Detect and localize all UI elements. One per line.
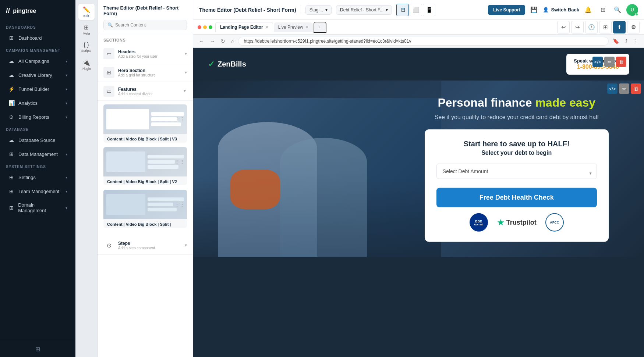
- aab-label: AFCC: [550, 221, 559, 224]
- add-tab-button[interactable]: +: [314, 22, 326, 33]
- section-item-steps[interactable]: ⊙ Steps Add a step component ▾: [98, 236, 193, 255]
- tab-editor[interactable]: Landing Page Editor ✕: [215, 22, 273, 32]
- aab-logo: AFCC: [545, 213, 564, 232]
- dashboards-section-label: DASHBOARDS: [0, 22, 75, 31]
- hero-title-highlight: made easy: [535, 96, 595, 109]
- stage-label: Stagi...: [309, 7, 323, 13]
- header-edit-btn[interactable]: ✏: [604, 57, 615, 67]
- left-sidebar: // pingtree DASHBOARDS ⊞ Dashboard CAMPA…: [0, 0, 75, 357]
- bell-button[interactable]: 🔔: [582, 4, 594, 16]
- content-card-0[interactable]: ⋮⋮ Content | Video Big Block | Split | V…: [103, 104, 187, 143]
- url-bar[interactable]: https://debtreliefshortform-c529f1.pingt…: [238, 37, 609, 46]
- switch-back-button[interactable]: 👤 Switch Back: [543, 7, 579, 13]
- icon-btn-scripts[interactable]: { } Scripts: [78, 39, 95, 55]
- panel-search-box[interactable]: 🔍: [103, 20, 187, 30]
- more-button[interactable]: ⋮: [631, 37, 640, 45]
- hero-delete-btn[interactable]: 🗑: [631, 83, 641, 94]
- pingtree-icon: //: [6, 7, 10, 15]
- system-settings-label: SYSTEM SETTINGS: [0, 161, 75, 170]
- sidebar-item-funnel-builder[interactable]: ⚡ Funnel Builder ▾: [2, 82, 73, 96]
- refresh-button[interactable]: ↻: [219, 37, 227, 45]
- avatar-wrapper[interactable]: U: [626, 4, 638, 16]
- analytics-icon: 📊: [8, 100, 15, 106]
- settings-arrow: ▾: [66, 175, 67, 179]
- logo-area[interactable]: // pingtree: [0, 0, 75, 22]
- back-button[interactable]: ←: [197, 37, 206, 45]
- scripts-label: Scripts: [81, 49, 92, 53]
- hero-edit-btn[interactable]: ✏: [619, 83, 629, 94]
- sidebar-item-data-management[interactable]: ⊞ Data Management ▾: [2, 147, 73, 161]
- meta-icon: ⊞: [84, 24, 89, 31]
- device-desktop-btn[interactable]: 🖥: [396, 4, 409, 16]
- hero-arrow: ▾: [185, 70, 187, 75]
- sidebar-item-database-source[interactable]: ☁ Database Source: [2, 133, 73, 147]
- page-arrow: ▾: [386, 7, 388, 13]
- search-button[interactable]: 🔍: [612, 4, 623, 16]
- section-item-features[interactable]: ▭ Features Add a content divider ▲: [98, 82, 193, 101]
- sidebar-item-dashboard[interactable]: ⊞ Dashboard: [2, 31, 73, 44]
- sidebar-item-all-campaigns[interactable]: ☁ All Campaigns ▾: [2, 54, 73, 68]
- tab-preview[interactable]: Live Preview ✕: [274, 22, 313, 32]
- home-button[interactable]: ⌂: [229, 37, 236, 45]
- sidebar-item-billing-reports[interactable]: ⊙ Billing Reports ▾: [2, 110, 73, 124]
- section-item-headers[interactable]: ▭ Headers Add a step for your user ▾: [98, 44, 193, 63]
- hero-title-plain: Personal finance: [438, 96, 535, 109]
- tab-editor-close[interactable]: ✕: [265, 25, 268, 29]
- tab-preview-close[interactable]: ✕: [305, 25, 308, 29]
- header-delete-btn[interactable]: 🗑: [616, 57, 626, 67]
- sidebar-item-settings[interactable]: ⊞ Settings ▾: [2, 171, 73, 184]
- bookmark-button[interactable]: 🔖: [611, 37, 621, 45]
- data-management-label: Data Management: [18, 151, 58, 157]
- online-dot: [635, 13, 638, 16]
- icon-btn-meta[interactable]: ⊞ Meta: [78, 21, 95, 38]
- scripts-icon: { }: [84, 42, 89, 48]
- free-check-button[interactable]: Free Debt Health Check: [436, 188, 597, 207]
- lp-header-section: ✓ ZenBills Speak with an Expert 1-800-89…: [193, 48, 644, 81]
- database-source-label: Database Source: [18, 138, 55, 143]
- browser-nav: ← → ↻ ⌂ https://debtreliefshortform-c529…: [193, 35, 644, 48]
- hero-code-btn[interactable]: </>: [607, 83, 618, 94]
- undo-button[interactable]: ↩: [557, 21, 570, 33]
- forward-button[interactable]: →: [208, 37, 217, 45]
- panel-search-input[interactable]: [115, 22, 183, 28]
- publish-button[interactable]: ⬆: [613, 21, 626, 33]
- sidebar-item-creative-library[interactable]: ☁ Creative Library ▾: [2, 68, 73, 82]
- page-select[interactable]: Debt Relief - Short F... ▾: [336, 5, 392, 15]
- content-card-1[interactable]: ⋮⋮ Content | Video Big Block | Split | V…: [103, 147, 187, 185]
- device-tablet-btn[interactable]: ⬜: [410, 4, 422, 16]
- debt-amount-select[interactable]: Select Debt Amount $10,000 - $20,000 $20…: [436, 164, 597, 179]
- section-item-hero[interactable]: ⊞ Hero Section Add a grid for structure …: [98, 63, 193, 82]
- panel-scroll: ▭ Headers Add a step for your user ▾ ⊞ H…: [98, 44, 193, 357]
- layout-button[interactable]: ⊞: [599, 21, 612, 33]
- sidebar-item-team-management[interactable]: ⊞ Team Management ▾: [2, 185, 73, 198]
- sidebar-item-analytics[interactable]: 📊 Analytics ▾: [2, 96, 73, 110]
- stage-select[interactable]: Stagi... ▾: [305, 5, 332, 15]
- hero-icon: ⊞: [103, 67, 114, 78]
- content-card-2[interactable]: ⋮⋮ Content | Video Big Block | Split |: [103, 190, 187, 228]
- funnel-icon: ⚡: [8, 86, 15, 92]
- edit-label: Edit: [84, 14, 89, 18]
- sidebar-item-domain-management[interactable]: ⊞ Domain Management ▾: [2, 199, 73, 217]
- device-mobile-btn[interactable]: 📱: [423, 4, 435, 16]
- plugin-icon: 🔌: [83, 59, 90, 66]
- icon-btn-edit[interactable]: ✏️ Edit: [78, 4, 95, 20]
- grid-button[interactable]: ⊞: [597, 4, 609, 16]
- search-icon: 🔍: [614, 6, 621, 13]
- creative-icon: ☁: [8, 72, 15, 78]
- settings-action-button[interactable]: ⚙: [627, 21, 640, 33]
- redo-button[interactable]: ↪: [571, 21, 584, 33]
- dashboard-icon: ⊞: [8, 35, 15, 41]
- share-button[interactable]: ⤴: [623, 37, 629, 45]
- card-drag-0[interactable]: ⋮⋮: [174, 116, 185, 122]
- icon-btn-plugin[interactable]: 🔌 Plugin: [78, 57, 95, 73]
- card-drag-1[interactable]: ⋮⋮: [174, 159, 185, 165]
- header-code-btn[interactable]: </>: [592, 57, 603, 67]
- funnel-builder-label: Funnel Builder: [18, 86, 49, 92]
- headers-arrow: ▾: [185, 51, 187, 56]
- live-support-button[interactable]: Live Support: [488, 5, 525, 15]
- card-drag-2[interactable]: ⋮⋮: [174, 201, 185, 207]
- trust-logos: BBB Accred. ★ Trustpilot: [436, 213, 597, 232]
- history-button[interactable]: 🕐: [585, 21, 598, 33]
- save-icon-btn[interactable]: 💾: [528, 4, 540, 16]
- aab-badge: AFCC: [545, 213, 564, 232]
